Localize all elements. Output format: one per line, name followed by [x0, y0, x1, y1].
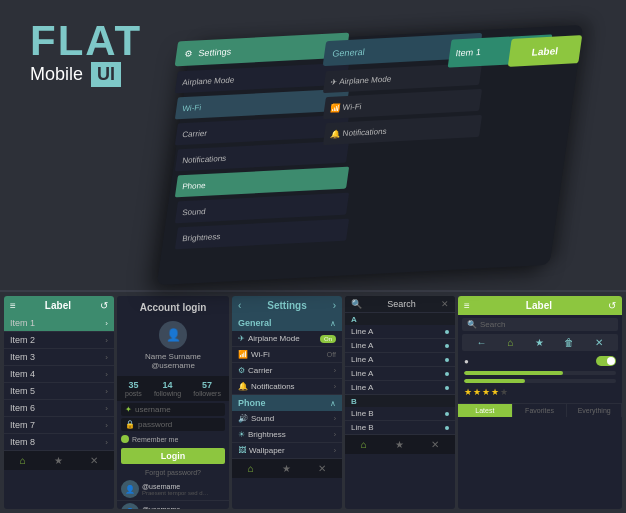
menu-hamburger-icon: ≡ — [10, 300, 16, 311]
right-header: ≡ Label ↺ — [458, 296, 622, 315]
stat-followers-label: followers — [193, 390, 221, 397]
search-nav-close[interactable]: ✕ — [431, 439, 439, 450]
menu-item-3-text: Item 3 — [10, 352, 35, 362]
settings-sound-row[interactable]: 🔊 Sound › — [232, 411, 342, 427]
iso-row-sound: Sound — [175, 193, 349, 224]
wifi-text: Wi-Fi — [251, 350, 270, 359]
avatar-icon: 👤 — [166, 328, 181, 342]
panel-settings: ‹ Settings › General ∧ ✈ Airplane Mode O… — [232, 296, 342, 509]
title-ui: UI — [91, 62, 121, 87]
settings-notif-row[interactable]: 🔔 Notifications › — [232, 379, 342, 395]
tab-favorites[interactable]: Favorites — [513, 404, 568, 417]
iso-row-brightness: Brightness — [175, 219, 349, 250]
right-search-bar[interactable]: 🔍 Search — [462, 318, 618, 331]
list-item-a3[interactable]: Line A — [345, 353, 455, 367]
list-item-b1[interactable]: Line B — [345, 407, 455, 421]
password-input-field[interactable]: 🔒 password — [121, 418, 225, 431]
bottom-section: ≡ Label ↺ Item 1 › Item 2 › Item 3 › Ite… — [0, 290, 626, 513]
tab-everything[interactable]: Everything — [567, 404, 622, 417]
settings-nav-close[interactable]: ✕ — [318, 463, 326, 474]
progress-bar-2 — [464, 379, 616, 383]
settings-wifi-row[interactable]: 📶 Wi-Fi Off — [232, 347, 342, 363]
menu-item-7[interactable]: Item 7 › — [4, 417, 114, 434]
iso-row-notifications: Notifications — [175, 141, 349, 172]
iso-settings-text: Settings — [198, 46, 232, 58]
star-1: ★ — [464, 387, 472, 397]
stat-following-label: following — [154, 390, 181, 397]
nav-star-icon[interactable]: ★ — [54, 455, 63, 466]
right-search-text: Search — [480, 320, 613, 329]
list-item-a5[interactable]: Line A — [345, 381, 455, 395]
menu-item-5[interactable]: Item 5 › — [4, 383, 114, 400]
menu-item-4[interactable]: Item 4 › — [4, 366, 114, 383]
nav-close-icon[interactable]: ✕ — [90, 455, 98, 466]
search-nav-home[interactable]: ⌂ — [361, 439, 367, 450]
airplane-icon: ✈ — [238, 334, 245, 343]
list-item-b2[interactable]: Line B — [345, 421, 455, 435]
username-input-field[interactable]: ✦ username — [121, 403, 225, 416]
settings-airplane-row[interactable]: ✈ Airplane Mode On — [232, 331, 342, 347]
star-icon[interactable]: ★ — [535, 337, 544, 348]
back-icon[interactable]: ← — [476, 337, 486, 348]
search-nav-star[interactable]: ★ — [395, 439, 404, 450]
menu-item-3[interactable]: Item 3 › — [4, 349, 114, 366]
settings-carrier-row[interactable]: ⚙ Carrier › — [232, 363, 342, 379]
menu-item-6[interactable]: Item 6 › — [4, 400, 114, 417]
iso-carrier-text: Carrier — [182, 128, 208, 138]
list-section-b: B — [345, 395, 455, 407]
search-close-icon[interactable]: ✕ — [441, 299, 449, 309]
menu-item-6-text: Item 6 — [10, 403, 35, 413]
list-item-b1-text: Line B — [351, 409, 374, 418]
tab-latest[interactable]: Latest — [458, 404, 513, 417]
settings-nav-home[interactable]: ⌂ — [248, 463, 254, 474]
toggle-control[interactable] — [596, 356, 616, 366]
nav-home-icon[interactable]: ⌂ — [20, 455, 26, 466]
search-icon: 🔍 — [351, 299, 362, 309]
menu-item-8[interactable]: Item 8 › — [4, 434, 114, 451]
trash-icon[interactable]: 🗑 — [564, 337, 574, 348]
forgot-password-link[interactable]: Forgot password? — [117, 467, 229, 478]
stat-following: 14 following — [154, 380, 181, 397]
settings-brightness-row[interactable]: ☀ Brightness › — [232, 427, 342, 443]
remember-me-row: Remember me — [117, 433, 229, 445]
menu-header-label: Label — [45, 300, 71, 311]
list-item-a5-text: Line A — [351, 383, 373, 392]
list-item-a1[interactable]: Line A — [345, 325, 455, 339]
settings-nav-star[interactable]: ★ — [282, 463, 291, 474]
login-title: Account login — [117, 296, 229, 317]
carrier-icon: ⚙ — [238, 366, 245, 375]
list-item-b2-text: Line B — [351, 423, 374, 432]
right-header-label: Label — [526, 300, 552, 311]
top-section: FLAT Mobile UI ⚙ Settings Airplane Mode … — [0, 0, 626, 290]
user-avatar-1: 👤 — [121, 480, 139, 498]
menu-panel-header: ≡ Label ↺ — [4, 296, 114, 315]
login-avatar-circle: 👤 — [159, 321, 187, 349]
settings-right-icon: › — [333, 300, 336, 311]
menu-item-2[interactable]: Item 2 › — [4, 332, 114, 349]
airplane-text: Airplane Mode — [248, 334, 300, 343]
panel-search: 🔍 Search ✕ A Line A Line A Line A Line A… — [345, 296, 455, 509]
settings-notif-left: 🔔 Notifications — [238, 382, 295, 391]
wifi-value: Off — [327, 351, 336, 358]
list-item-a2[interactable]: Line A — [345, 339, 455, 353]
notif-icon: 🔔 — [238, 382, 248, 391]
list-item-a4[interactable]: Line A — [345, 367, 455, 381]
settings-wallpaper-row[interactable]: 🖼 Wallpaper › — [232, 443, 342, 459]
iso-label-text: Label — [531, 45, 559, 57]
login-button[interactable]: Login — [121, 448, 225, 464]
menu-item-1[interactable]: Item 1 › — [4, 315, 114, 332]
close-icon[interactable]: ✕ — [595, 337, 603, 348]
settings-phone-header: Phone ∧ — [232, 395, 342, 411]
home-icon[interactable]: ⌂ — [507, 337, 513, 348]
list-item-a1-text: Line A — [351, 327, 373, 336]
user-row-2: 👤 @username Ut fringilla enim. Suspendis… — [117, 501, 229, 509]
menu-arrow-8: › — [105, 438, 108, 447]
stat-followers: 57 followers — [193, 380, 221, 397]
star-2: ★ — [473, 387, 481, 397]
carrier-text: Carrier — [248, 366, 272, 375]
lock-icon: 🔒 — [125, 420, 135, 429]
settings-airplane-left: ✈ Airplane Mode — [238, 334, 300, 343]
airplane-toggle[interactable]: On — [320, 335, 336, 343]
title-area: FLAT Mobile UI — [30, 20, 142, 87]
iso-phone-text: Phone — [182, 180, 207, 190]
